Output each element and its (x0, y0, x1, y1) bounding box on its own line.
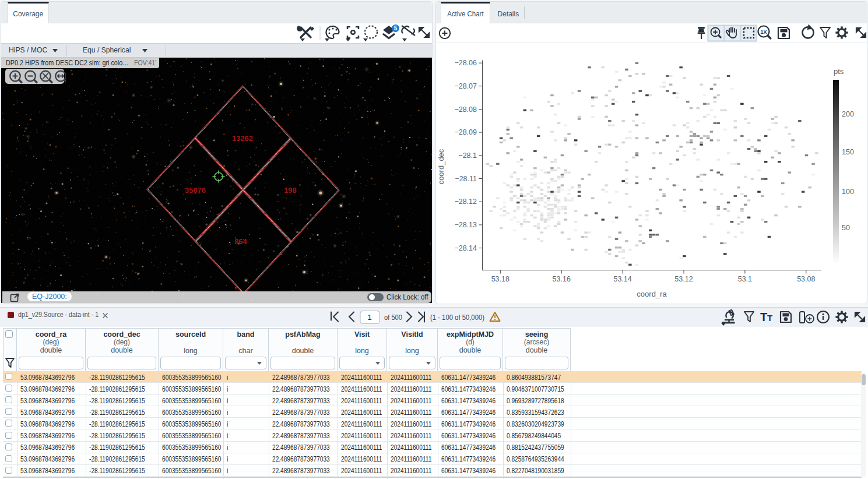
svg-text:53.14: 53.14 (613, 275, 631, 283)
svg-text:100: 100 (842, 188, 854, 196)
svg-text:200: 200 (842, 110, 854, 118)
svg-text:198: 198 (284, 186, 297, 195)
svg-text:T: T (767, 313, 772, 323)
svg-text:−28.11: −28.11 (455, 175, 477, 183)
svg-text:53.12: 53.12 (674, 275, 693, 283)
svg-text:53.1: 53.1 (738, 275, 752, 283)
svg-text:50: 50 (842, 224, 850, 232)
svg-text:−28.07: −28.07 (454, 82, 477, 90)
svg-text:150: 150 (842, 148, 854, 156)
svg-text:−28.09: −28.09 (454, 128, 477, 136)
svg-text:−28.12: −28.12 (454, 198, 477, 206)
svg-text:−28.06: −28.06 (454, 59, 477, 67)
svg-text:−28.14: −28.14 (454, 244, 477, 252)
svg-text:coord_ra: coord_ra (637, 290, 667, 298)
svg-text:53.18: 53.18 (491, 275, 509, 283)
svg-text:53.16: 53.16 (553, 275, 571, 283)
svg-text:13262: 13262 (232, 134, 253, 143)
svg-text:(1 - 100 of 50,000): (1 - 100 of 50,000) (430, 313, 484, 322)
svg-text:coord_dec: coord_dec (437, 149, 445, 184)
svg-text:of 500: of 500 (384, 313, 402, 322)
svg-text:5: 5 (394, 25, 398, 31)
svg-text:35676: 35676 (185, 186, 206, 195)
svg-text:−28.08: −28.08 (454, 105, 477, 114)
svg-text:1: 1 (367, 313, 371, 322)
svg-text:864: 864 (234, 237, 247, 246)
svg-text:−28.1: −28.1 (458, 152, 477, 160)
svg-text:53.08: 53.08 (797, 275, 815, 283)
svg-text:T: T (760, 311, 767, 323)
svg-text:−28.13: −28.13 (454, 221, 477, 229)
svg-text:pts: pts (834, 67, 844, 76)
